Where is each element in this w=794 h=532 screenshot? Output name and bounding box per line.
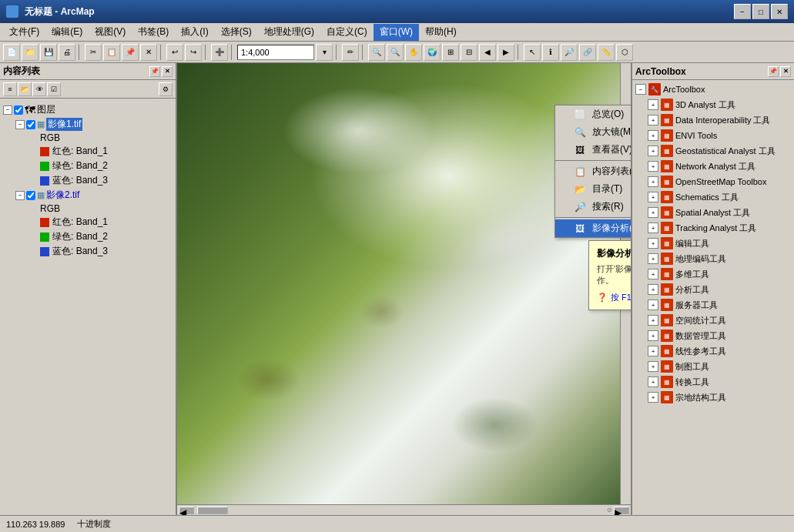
map-scrollbar-horizontal[interactable]: ◀ ⊙ ▶ [177, 504, 631, 515]
menu-help[interactable]: 帮助(H) [419, 24, 463, 41]
toolbox-geocoding[interactable]: + ▦ 地理编码工具 [646, 251, 792, 266]
menu-edit[interactable]: 编辑(E) [45, 24, 89, 41]
toolbox-conversion[interactable]: + ▦ 转换工具 [646, 374, 792, 390]
toolbox-linear[interactable]: + ▦ 线性参考工具 [646, 343, 792, 359]
scrollbar-h-thumb[interactable] [197, 507, 228, 514]
pan-button[interactable]: ✋ [405, 44, 422, 61]
toc-expand-layer2[interactable]: − [15, 191, 25, 200]
expand-tracking[interactable]: + [648, 223, 658, 233]
toolbox-3d-analyst[interactable]: + ▦ 3D Analyst 工具 [646, 97, 792, 112]
copy-button[interactable]: 📋 [103, 44, 120, 61]
menu-toc[interactable]: 📋 内容列表(C) [555, 162, 631, 180]
menu-view[interactable]: 视图(V) [89, 24, 132, 41]
expand-spatial-stats[interactable]: + [648, 315, 658, 326]
toolbox-osm[interactable]: + ▦ OpenStreetMap Toolbox [646, 174, 792, 189]
toc-expand-layers[interactable]: − [3, 105, 12, 115]
forward-button[interactable]: ▶ [498, 44, 514, 61]
expand-data-mgmt[interactable]: + [648, 330, 658, 341]
toolbox-tracking[interactable]: + ▦ Tracking Analyst 工具 [646, 220, 792, 236]
toc-layer2-label[interactable]: 影像2.tif [46, 189, 79, 202]
minimize-button[interactable]: − [734, 4, 751, 19]
toolbox-root[interactable]: − 🔧 ArcToolbox [634, 82, 792, 97]
map-area[interactable]: ◀ ⊙ ▶ ⬜ 总览(O) 🔍 放大镜(M) 🖼 查看器(V) [177, 63, 631, 515]
toolbox-data-interop[interactable]: + ▦ Data Interoperability 工具 [646, 112, 792, 128]
expand-linear[interactable]: + [648, 346, 658, 356]
toc-list-by-source[interactable]: 📂 [18, 82, 32, 96]
add-data-button[interactable]: ➕ [211, 44, 228, 61]
measure-button[interactable]: 📏 [598, 44, 615, 61]
menu-window[interactable]: 窗口(W) [374, 24, 419, 41]
menu-overview[interactable]: ⬜ 总览(O) [555, 105, 631, 123]
expand-parcel[interactable]: + [648, 392, 658, 403]
menu-insert[interactable]: 插入(I) [175, 24, 214, 41]
save-button[interactable]: 💾 [40, 44, 57, 61]
toolbox-parcel[interactable]: + ▦ 宗地结构工具 [646, 390, 792, 405]
toc-list-by-visibility[interactable]: 👁 [32, 82, 46, 96]
toolbox-envi[interactable]: + ▦ ENVI Tools [646, 128, 792, 143]
paste-button[interactable]: 📌 [122, 44, 139, 61]
toolbox-editing[interactable]: + ▦ 编辑工具 [646, 236, 792, 251]
menu-viewer[interactable]: 🖼 查看器(V) [555, 141, 631, 159]
expand-3d[interactable]: + [648, 99, 658, 110]
toolbox-data-mgmt[interactable]: + ▦ 数据管理工具 [646, 328, 792, 343]
toc-float-button[interactable]: 📌 [149, 66, 160, 77]
world-button[interactable]: 🌍 [424, 44, 441, 61]
toc-list-by-selection[interactable]: ☑ [47, 82, 61, 96]
expand-conversion[interactable]: + [648, 376, 658, 387]
toc-close-button[interactable]: ✕ [162, 66, 173, 77]
delete-button[interactable]: ✕ [140, 44, 157, 61]
toolbox-spatial-stats[interactable]: + ▦ 空间统计工具 [646, 313, 792, 328]
fixed-zoom-button[interactable]: ⊟ [461, 44, 477, 61]
cut-button[interactable]: ✂ [85, 44, 102, 61]
toolbox-analysis[interactable]: + ▦ 分析工具 [646, 282, 792, 297]
scale-dropdown[interactable]: ▾ [316, 44, 333, 61]
expand-editing[interactable]: + [648, 238, 658, 249]
toc-layer2-checkbox[interactable] [26, 191, 35, 200]
back-button[interactable]: ◀ [479, 44, 496, 61]
menu-magnifier[interactable]: 🔍 放大镜(M) [555, 123, 631, 141]
toc-layers-checkbox[interactable] [14, 105, 23, 115]
select-button[interactable]: ↖ [524, 44, 541, 61]
undo-button[interactable]: ↩ [166, 44, 183, 61]
expand-spatial[interactable]: + [648, 207, 658, 218]
menu-select[interactable]: 选择(S) [215, 24, 258, 41]
toolbox-close-button[interactable]: ✕ [780, 66, 791, 77]
toc-expand-layer1[interactable]: − [15, 120, 25, 129]
expand-osm[interactable]: + [648, 176, 658, 187]
open-button[interactable]: 📁 [22, 44, 39, 61]
expand-analysis[interactable]: + [648, 284, 658, 295]
expand-multidim[interactable]: + [648, 269, 658, 279]
full-extent-button[interactable]: ⊞ [442, 44, 459, 61]
editor-button[interactable]: ✏ [342, 44, 359, 61]
toolbox-spatial[interactable]: + ▦ Spatial Analyst 工具 [646, 205, 792, 220]
maximize-button[interactable]: □ [752, 4, 769, 19]
print-button[interactable]: 🖨 [59, 44, 75, 61]
menu-file[interactable]: 文件(F) [3, 24, 45, 41]
toolbox-cartography[interactable]: + ▦ 制图工具 [646, 359, 792, 374]
close-button[interactable]: ✕ [771, 4, 788, 19]
find-button[interactable]: 🔎 [561, 44, 578, 61]
menu-image-analysis[interactable]: 🖼 影像分析(I) [555, 219, 631, 237]
help-link[interactable]: ❓ 按 F1 获取更多帮助。 [597, 292, 631, 303]
toc-options[interactable]: ⚙ [159, 82, 173, 96]
identify-button[interactable]: ℹ [542, 44, 559, 61]
toolbox-geostatistical[interactable]: + ▦ Geostatistical Analyst 工具 [646, 143, 792, 159]
menu-customize[interactable]: 自定义(C) [320, 24, 374, 41]
toolbox-float-button[interactable]: 📌 [768, 66, 779, 77]
scrollbar-h-left[interactable]: ◀ [179, 507, 194, 514]
expand-cartography[interactable]: + [648, 361, 658, 372]
zoom-in-button[interactable]: 🔍 [368, 44, 385, 61]
menu-catalog[interactable]: 📂 目录(T) [555, 180, 631, 198]
expand-envi[interactable]: + [648, 130, 658, 141]
scale-input[interactable]: 1:4,000 [237, 45, 314, 60]
expand-network[interactable]: + [648, 161, 658, 172]
html-button[interactable]: ⬡ [616, 44, 633, 61]
expand-root[interactable]: − [635, 84, 646, 95]
scrollbar-h-track[interactable] [196, 505, 607, 516]
expand-geo[interactable]: + [648, 146, 658, 156]
zoom-out-button[interactable]: 🔍 [387, 44, 404, 61]
toc-layer1-label[interactable]: 影像1.tif [46, 118, 82, 131]
toolbox-multidim[interactable]: + ▦ 多维工具 [646, 266, 792, 282]
toc-list-by-drawing-order[interactable]: ≡ [3, 82, 17, 96]
expand-schematics[interactable]: + [648, 192, 658, 202]
